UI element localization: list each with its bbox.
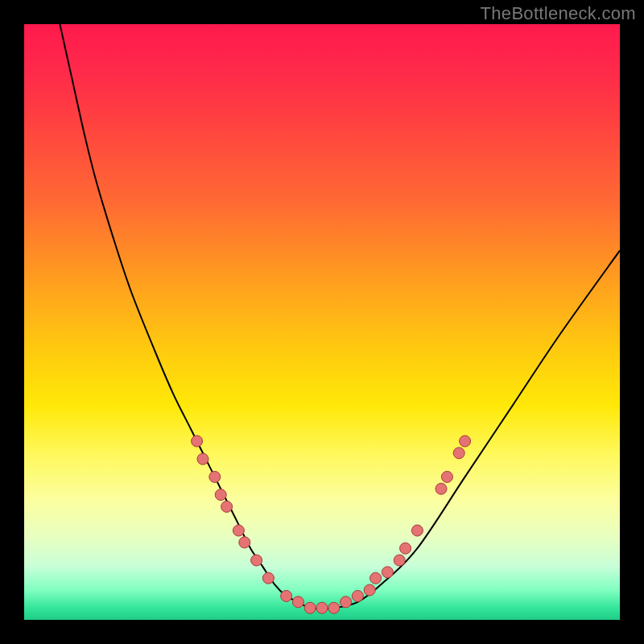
curve-marker — [436, 483, 447, 494]
curve-marker — [239, 537, 250, 548]
plot-area — [24, 24, 620, 620]
curve-marker — [233, 525, 244, 536]
chart-svg — [24, 24, 620, 620]
curve-marker — [221, 501, 233, 512]
curve-marker — [453, 448, 464, 459]
curve-marker — [364, 584, 375, 596]
curve-marker — [400, 543, 411, 554]
curve-marker — [197, 453, 208, 464]
curve-marker — [281, 590, 292, 601]
curve-marker — [304, 602, 316, 613]
curve-marker — [370, 572, 382, 584]
curve-marker — [441, 471, 452, 482]
curve-marker — [262, 572, 274, 584]
curve-marker — [251, 555, 262, 566]
curve-marker — [292, 597, 303, 608]
bottleneck-curve-path — [60, 24, 620, 609]
curve-marker — [394, 555, 405, 566]
curve-markers — [192, 436, 471, 613]
outer-frame: TheBottleneck.com — [0, 0, 644, 644]
watermark-label: TheBottleneck.com — [481, 3, 636, 24]
curve-marker — [328, 602, 340, 613]
curve-marker — [316, 602, 328, 613]
curve-marker — [215, 489, 226, 501]
curve-marker — [209, 471, 221, 482]
curve-marker — [382, 567, 393, 578]
curve-marker — [352, 590, 363, 601]
curve-marker — [192, 436, 203, 447]
curve-marker — [460, 436, 471, 447]
curve-marker — [411, 525, 423, 536]
curve-marker — [341, 597, 352, 608]
